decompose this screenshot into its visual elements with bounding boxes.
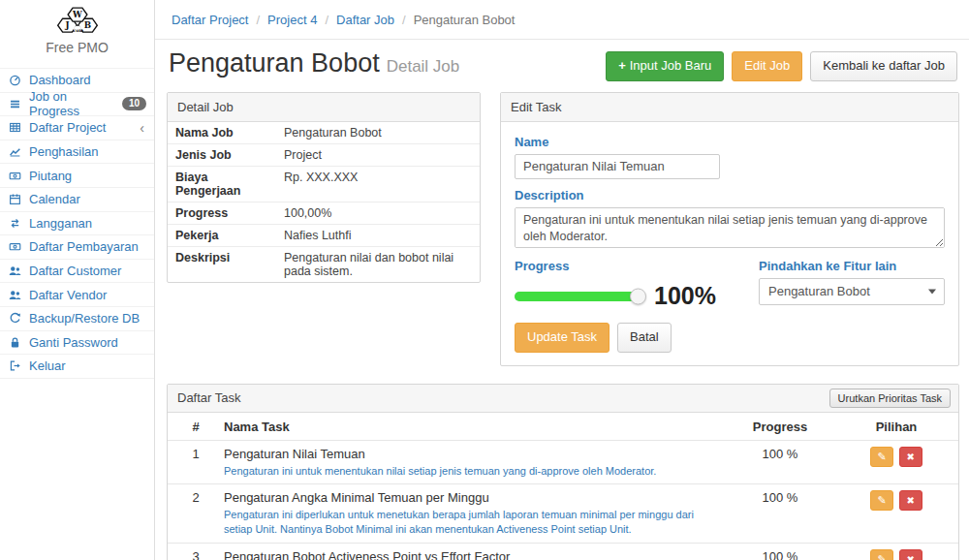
detail-job-panel-title: Detail Job	[168, 93, 480, 122]
task-description: Pengaturan ini untuk menentukan nilai se…	[224, 464, 710, 479]
name-label: Name	[515, 135, 945, 149]
retweet-icon	[8, 217, 22, 230]
breadcrumb-daftar-job[interactable]: Daftar Job	[317, 13, 394, 27]
delete-task-button[interactable]: ✖	[899, 549, 922, 560]
task-table-header: # Nama Task Progress Pilihan	[168, 413, 958, 440]
daftar-task-panel: Daftar Task Urutkan Prioritas Task # Nam…	[167, 384, 959, 560]
table-row: 1 Pengaturan Nilai Temuan Pengaturan ini…	[168, 440, 958, 483]
content: Pengaturan BobotDetail Job Input Job Bar…	[155, 40, 969, 560]
edit-job-button[interactable]: Edit Job	[732, 51, 802, 81]
task-name-input[interactable]	[515, 154, 720, 179]
delete-task-button[interactable]: ✖	[899, 447, 922, 467]
list-icon	[8, 98, 22, 110]
detail-job-panel: Detail Job Nama JobPengaturan Bobot Jeni…	[167, 92, 481, 283]
move-feature-label: Pindahkan ke Fitur lain	[759, 259, 945, 273]
edit-task-button[interactable]: ✎	[870, 490, 893, 511]
edit-task-panel-title: Edit Task	[501, 93, 958, 122]
selected-option: Pengaturan Bobot	[768, 284, 870, 298]
lock-icon	[8, 336, 22, 349]
urutkan-prioritas-top-button[interactable]: Urutkan Prioritas Task	[829, 389, 951, 408]
detail-row: Biaya PengerjaanRp. XXX.XXX	[168, 167, 480, 202]
app-window: W J B .com Free PMO Dashboard Job on Pro…	[0, 0, 969, 560]
sidebar-item-label: Keluar	[29, 358, 66, 373]
task-description: Pengaturan ini diperlukan untuk menetuka…	[224, 508, 710, 538]
sidebar-item-label: Job on Progress	[29, 89, 115, 118]
sign-out-icon	[8, 359, 22, 372]
batal-button[interactable]: Batal	[617, 323, 672, 353]
sidebar-item-penghasilan[interactable]: Penghasilan	[0, 140, 154, 165]
sidebar-item-label: Piutang	[29, 169, 72, 183]
daftar-task-panel-title: Daftar Task	[177, 390, 241, 405]
breadcrumb-daftar-project[interactable]: Daftar Project	[172, 13, 248, 27]
task-table: # Nama Task Progress Pilihan 1 Pengatura…	[168, 413, 958, 560]
detail-row: DeskripsiPengaturan nilai dan bobot nila…	[168, 247, 480, 282]
delete-x-icon: ✖	[907, 495, 915, 506]
page-title: Pengaturan Bobot	[169, 48, 380, 78]
chart-line-icon	[8, 145, 22, 158]
jwb-logo-icon: W J B .com	[49, 7, 106, 35]
header-buttons: Input Job Baru Edit Job Kembali ke dafta…	[606, 51, 957, 81]
sidebar: W J B .com Free PMO Dashboard Job on Pro…	[0, 0, 155, 560]
calendar-icon	[8, 193, 22, 205]
sidebar-item-label: Calendar	[29, 192, 80, 206]
sidebar-item-daftar-customer[interactable]: Daftar Customer	[0, 260, 154, 284]
sidebar-menu: Dashboard Job on Progress 10 Daftar Proj…	[0, 68, 154, 379]
move-feature-select[interactable]: Pengaturan Bobot	[759, 278, 945, 305]
progress-slider[interactable]	[515, 292, 639, 301]
sidebar-item-label: Dashboard	[29, 73, 91, 87]
sidebar-item-langganan[interactable]: Langganan	[0, 212, 154, 236]
brand-logo[interactable]: W J B .com Free PMO	[0, 0, 154, 60]
main-area: Daftar Project Project 4 Daftar Job Peng…	[155, 0, 969, 560]
task-number: 1	[168, 447, 224, 479]
delete-x-icon: ✖	[907, 451, 915, 462]
delete-x-icon: ✖	[907, 554, 915, 560]
sidebar-item-label: Backup/Restore DB	[29, 311, 140, 326]
progress-value: 100%	[654, 282, 716, 310]
detail-row: PekerjaNafies Luthfi	[168, 225, 480, 247]
detail-row: Jenis JobProject	[168, 144, 480, 167]
edit-task-button[interactable]: ✎	[870, 549, 893, 560]
table-row: 2 Pengaturan Angka Minimal Temuan per Mi…	[168, 483, 958, 543]
pencil-icon: ✎	[878, 494, 887, 507]
sidebar-item-label: Langganan	[29, 216, 92, 231]
svg-text:B: B	[83, 20, 90, 30]
update-task-button[interactable]: Update Task	[515, 323, 610, 353]
task-name: Pengaturan Angka Minimal Temuan per Ming…	[224, 490, 710, 505]
sidebar-item-job-on-progress[interactable]: Job on Progress 10	[0, 93, 154, 117]
sidebar-item-label: Daftar Vendor	[29, 288, 107, 302]
sidebar-item-daftar-pembayaran[interactable]: Daftar Pembayaran	[0, 235, 154, 260]
breadcrumb-project-4[interactable]: Project 4	[248, 13, 317, 27]
count-badge: 10	[122, 97, 146, 110]
dashboard-icon	[8, 74, 22, 86]
sidebar-item-label: Daftar Project	[29, 120, 106, 135]
detail-job-table: Nama JobPengaturan Bobot Jenis JobProjec…	[168, 122, 480, 282]
pencil-icon: ✎	[878, 553, 887, 560]
sidebar-item-keluar[interactable]: Keluar	[0, 355, 154, 379]
progress-slider-fill	[515, 292, 639, 301]
task-number: 2	[168, 490, 224, 538]
chevron-left-icon	[140, 121, 146, 135]
delete-task-button[interactable]: ✖	[899, 490, 922, 511]
detail-row: Nama JobPengaturan Bobot	[168, 122, 480, 144]
breadcrumb-current: Pengaturan Bobot	[394, 13, 515, 27]
input-job-baru-button[interactable]: Input Job Baru	[606, 51, 724, 81]
task-number: 3	[168, 549, 224, 560]
panels-row: Detail Job Nama JobPengaturan Bobot Jeni…	[167, 92, 959, 366]
svg-text:J: J	[64, 20, 69, 30]
sidebar-item-backup-restore[interactable]: Backup/Restore DB	[0, 307, 154, 331]
edit-task-button[interactable]: ✎	[870, 447, 893, 467]
table-row: 3 Pengaturan Bobot Activeness Point vs E…	[168, 543, 958, 560]
kembali-button[interactable]: Kembali ke daftar Job	[810, 51, 957, 81]
content-header: Pengaturan BobotDetail Job Input Job Bar…	[167, 44, 959, 92]
task-description-textarea[interactable]: Pengaturan ini untuk menentukan nilai se…	[515, 207, 945, 248]
description-label: Description	[515, 188, 945, 202]
sidebar-item-label: Daftar Customer	[29, 264, 121, 278]
sidebar-item-daftar-vendor[interactable]: Daftar Vendor	[0, 283, 154, 307]
sidebar-item-ganti-password[interactable]: Ganti Password	[0, 331, 154, 356]
sidebar-item-daftar-project[interactable]: Daftar Project	[0, 116, 154, 140]
task-name: Pengaturan Nilai Temuan	[224, 447, 710, 461]
sidebar-item-piutang[interactable]: Piutang	[0, 164, 154, 188]
sidebar-item-calendar[interactable]: Calendar	[0, 188, 154, 212]
svg-text:.com: .com	[71, 28, 83, 33]
progress-slider-handle[interactable]	[630, 288, 646, 304]
